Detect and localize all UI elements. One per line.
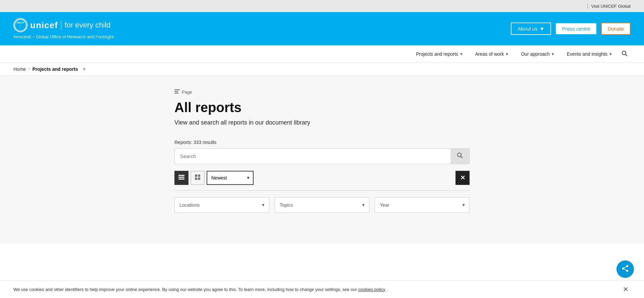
search-input[interactable] [175, 149, 450, 164]
clear-icon: ✕ [460, 174, 465, 182]
search-icon [621, 50, 628, 58]
svg-rect-15 [198, 175, 200, 177]
list-view-button[interactable] [174, 171, 189, 185]
search-submit-icon [457, 152, 463, 160]
breadcrumb-add-button[interactable]: + [83, 66, 86, 72]
nav-areas-of-work[interactable]: Areas of work ▼ [469, 45, 515, 63]
nav-areas-chevron: ▼ [505, 52, 509, 56]
about-us-button[interactable]: About us ▼ [511, 22, 551, 35]
content-wrapper: Page All reports View and search all rep… [161, 89, 483, 213]
page-icon [174, 89, 180, 95]
page-label-text: Page [182, 90, 192, 95]
main-content: Page All reports View and search all rep… [0, 76, 644, 244]
results-count: Reports: 333 results [174, 140, 470, 145]
donate-label: Donate [608, 26, 624, 32]
svg-rect-12 [178, 177, 184, 178]
nav-projects-reports-chevron: ▼ [460, 52, 463, 56]
breadcrumb-current: Projects and reports [32, 66, 78, 72]
svg-text:UNICEF: UNICEF [16, 21, 24, 24]
svg-rect-8 [174, 93, 179, 94]
visit-unicef-link[interactable]: Visit UNICEF Global [591, 4, 631, 9]
filter-row: Locations ▼ Topics ▼ Year ▼ [174, 197, 470, 213]
page-title: All reports [174, 100, 470, 115]
svg-rect-6 [174, 89, 180, 90]
org-subtitle: Innocenti – Global Office of Research an… [13, 34, 114, 39]
svg-rect-14 [195, 175, 197, 177]
grid-view-icon [195, 175, 200, 181]
header-left: UNICEF ● 🌐 unicef for every child Innoce… [13, 18, 114, 39]
results-label: Reports: [174, 140, 192, 145]
svg-point-4 [622, 51, 626, 55]
header-right: About us ▼ Press centre Donate [511, 22, 631, 35]
nav-bar: Projects and reports ▼ Areas of work ▼ O… [0, 45, 644, 63]
svg-line-10 [461, 156, 463, 158]
about-chevron-icon: ▼ [540, 26, 545, 32]
logo-unicef-text: unicef [30, 20, 58, 31]
nav-areas-label: Areas of work [475, 51, 504, 57]
nav-events-label: Events and insights [567, 51, 607, 57]
filter-divider [174, 190, 470, 191]
svg-text:🌐: 🌐 [19, 27, 21, 30]
clear-button[interactable]: ✕ [455, 171, 470, 185]
nav-our-approach[interactable]: Our approach ▼ [515, 45, 561, 63]
nav-events-chevron: ▼ [609, 52, 612, 56]
year-filter-wrapper: Year ▼ [375, 197, 470, 213]
page-label: Page [174, 89, 470, 95]
year-filter[interactable]: Year [375, 197, 470, 213]
header: UNICEF ● 🌐 unicef for every child Innoce… [0, 12, 644, 45]
locations-filter[interactable]: Locations [174, 197, 269, 213]
svg-line-5 [626, 54, 627, 56]
svg-point-9 [458, 153, 461, 157]
donate-button[interactable]: Donate [601, 22, 631, 35]
about-label: About us [518, 26, 537, 32]
sort-select[interactable]: Newest Oldest A-Z Z-A [207, 171, 254, 185]
nav-search-button[interactable] [619, 45, 631, 63]
view-controls: Newest Oldest A-Z Z-A ▼ ✕ [174, 171, 470, 185]
topics-filter-wrapper: Topics ▼ [275, 197, 370, 213]
press-centre-button[interactable]: Press centre [555, 22, 597, 35]
list-view-icon [178, 175, 184, 181]
sort-wrapper: Newest Oldest A-Z Z-A ▼ [207, 171, 254, 185]
view-left: Newest Oldest A-Z Z-A ▼ [174, 171, 254, 185]
top-bar-divider: | [587, 3, 588, 9]
nav-events-insights[interactable]: Events and insights ▼ [561, 45, 619, 63]
search-section: Reports: 333 results [174, 140, 470, 164]
svg-rect-16 [195, 178, 197, 180]
nav-approach-label: Our approach [521, 51, 550, 57]
svg-rect-17 [198, 178, 200, 180]
nav-projects-reports[interactable]: Projects and reports ▼ [410, 45, 469, 63]
svg-rect-13 [178, 179, 184, 180]
search-bar [174, 148, 470, 164]
svg-rect-11 [178, 175, 184, 176]
svg-text:●: ● [20, 25, 21, 27]
breadcrumb-chevron-icon: > [28, 67, 30, 71]
grid-view-button[interactable] [191, 171, 205, 185]
logo-area[interactable]: UNICEF ● 🌐 unicef for every child [13, 18, 114, 32]
locations-filter-wrapper: Locations ▼ [174, 197, 269, 213]
unicef-logo-circle: UNICEF ● 🌐 [13, 18, 28, 32]
logo-tagline: for every child [61, 21, 111, 30]
topics-filter[interactable]: Topics [275, 197, 370, 213]
breadcrumb: Home > Projects and reports + [0, 63, 644, 76]
page-subtitle: View and search all reports in our docum… [174, 119, 470, 126]
svg-rect-7 [174, 91, 178, 92]
results-number: 333 results [194, 140, 216, 145]
nav-approach-chevron: ▼ [551, 52, 555, 56]
nav-projects-reports-label: Projects and reports [416, 51, 458, 57]
breadcrumb-home[interactable]: Home [13, 66, 26, 72]
top-bar: | Visit UNICEF Global [0, 0, 644, 12]
press-label: Press centre [562, 26, 590, 32]
logo-text-area: unicef for every child [30, 20, 111, 31]
search-submit-button[interactable] [450, 149, 469, 164]
